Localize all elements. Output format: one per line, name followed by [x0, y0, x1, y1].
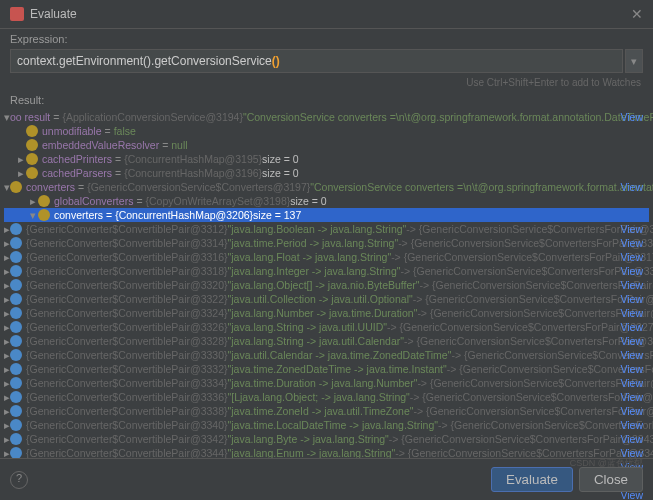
type-badge-icon — [38, 195, 50, 207]
type-badge-icon — [10, 307, 22, 319]
expression-label: Expression: — [0, 29, 653, 47]
type-badge-icon — [10, 321, 22, 333]
type-badge-icon — [10, 377, 22, 389]
view-link[interactable]: View — [620, 306, 643, 320]
view-link[interactable]: View — [620, 264, 643, 278]
app-icon — [10, 7, 24, 21]
view-link[interactable]: View — [620, 110, 643, 124]
expression-input[interactable]: context.getEnvironment().getConversionSe… — [10, 49, 623, 73]
close-icon[interactable]: ✕ — [631, 6, 643, 22]
tree-row[interactable]: ▸{GenericConverter$ConvertiblePair@3314}… — [4, 236, 649, 250]
view-link[interactable]: View — [620, 278, 643, 292]
tree-row[interactable]: ▸{GenericConverter$ConvertiblePair@3338}… — [4, 404, 649, 418]
tree-row[interactable]: ▸{GenericConverter$ConvertiblePair@3328}… — [4, 334, 649, 348]
expand-arrow[interactable]: ▸ — [16, 152, 26, 166]
type-badge-icon — [10, 265, 22, 277]
tree-row[interactable]: ▸{GenericConverter$ConvertiblePair@3344}… — [4, 446, 649, 458]
type-badge-icon — [10, 293, 22, 305]
type-badge-icon — [10, 447, 22, 458]
type-badge-icon — [26, 125, 38, 137]
view-link[interactable]: View — [620, 390, 643, 404]
expand-arrow[interactable]: ▾ — [28, 208, 38, 222]
view-link[interactable]: View — [620, 418, 643, 432]
titlebar: Evaluate ✕ — [0, 0, 653, 29]
view-link[interactable]: View — [620, 376, 643, 390]
tree-row[interactable]: ▸{GenericConverter$ConvertiblePair@3320}… — [4, 278, 649, 292]
tree-row[interactable]: ▸{GenericConverter$ConvertiblePair@3316}… — [4, 250, 649, 264]
evaluate-button[interactable]: Evaluate — [491, 467, 573, 492]
tree-row[interactable]: ▸{GenericConverter$ConvertiblePair@3312}… — [4, 222, 649, 236]
hint-text: Use Ctrl+Shift+Enter to add to Watches — [0, 75, 653, 90]
view-link[interactable]: View — [620, 432, 643, 446]
view-link[interactable]: View — [620, 250, 643, 264]
type-badge-icon — [10, 391, 22, 403]
type-badge-icon — [26, 167, 38, 179]
type-badge-icon — [10, 181, 22, 193]
tree-row[interactable]: ▸cachedPrinters={ConcurrentHashMap@3195}… — [4, 152, 649, 166]
tree-row[interactable]: ▸{GenericConverter$ConvertiblePair@3318}… — [4, 264, 649, 278]
view-link[interactable]: View — [620, 222, 643, 236]
expand-arrow[interactable]: ▸ — [28, 194, 38, 208]
tree-row[interactable]: embeddedValueResolver=null — [4, 138, 649, 152]
type-badge-icon — [10, 433, 22, 445]
view-link[interactable]: View — [620, 320, 643, 334]
close-button[interactable]: Close — [579, 467, 643, 492]
type-badge-icon — [38, 209, 50, 221]
view-link[interactable]: View — [620, 236, 643, 250]
type-badge-icon — [10, 335, 22, 347]
tree-row[interactable]: ▾converters={ConcurrentHashMap@3206} siz… — [4, 208, 649, 222]
tree-row[interactable]: ▸{GenericConverter$ConvertiblePair@3334}… — [4, 376, 649, 390]
type-badge-icon — [10, 279, 22, 291]
window-title: Evaluate — [30, 7, 631, 21]
history-dropdown[interactable]: ▾ — [625, 49, 643, 73]
type-badge-icon — [10, 223, 22, 235]
tree-row[interactable]: ▾oo result={ApplicationConversionService… — [4, 110, 649, 124]
tree-row[interactable]: ▸{GenericConverter$ConvertiblePair@3332}… — [4, 362, 649, 376]
tree-row[interactable]: ▸{GenericConverter$ConvertiblePair@3322}… — [4, 292, 649, 306]
type-badge-icon — [26, 153, 38, 165]
type-badge-icon — [10, 251, 22, 263]
result-label: Result: — [0, 90, 653, 108]
footer: ? Evaluate Close — [0, 458, 653, 500]
type-badge-icon — [26, 139, 38, 151]
tree-row[interactable]: ▸{GenericConverter$ConvertiblePair@3336}… — [4, 390, 649, 404]
view-link[interactable]: View — [620, 362, 643, 376]
type-badge-icon — [10, 349, 22, 361]
view-link[interactable]: View — [620, 334, 643, 348]
type-badge-icon — [10, 405, 22, 417]
tree-row[interactable]: ▸{GenericConverter$ConvertiblePair@3326}… — [4, 320, 649, 334]
expand-arrow[interactable]: ▸ — [16, 166, 26, 180]
type-badge-icon — [10, 419, 22, 431]
view-link[interactable]: View — [620, 292, 643, 306]
result-tree[interactable]: ▾oo result={ApplicationConversionService… — [0, 108, 653, 458]
tree-row[interactable]: ▾converters={GenericConversionService$Co… — [4, 180, 649, 194]
view-link[interactable]: View — [620, 180, 643, 194]
tree-row[interactable]: ▸{GenericConverter$ConvertiblePair@3340}… — [4, 418, 649, 432]
tree-row[interactable]: ▸{GenericConverter$ConvertiblePair@3330}… — [4, 348, 649, 362]
tree-row[interactable]: unmodifiable=false — [4, 124, 649, 138]
type-badge-icon — [10, 237, 22, 249]
tree-row[interactable]: ▸{GenericConverter$ConvertiblePair@3324}… — [4, 306, 649, 320]
help-button[interactable]: ? — [10, 471, 28, 489]
view-link[interactable]: View — [620, 404, 643, 418]
view-link[interactable]: View — [620, 348, 643, 362]
tree-row[interactable]: ▸globalConverters={CopyOnWriteArraySet@3… — [4, 194, 649, 208]
tree-row[interactable]: ▸cachedParsers={ConcurrentHashMap@3196} … — [4, 166, 649, 180]
type-badge-icon — [10, 363, 22, 375]
tree-row[interactable]: ▸{GenericConverter$ConvertiblePair@3342}… — [4, 432, 649, 446]
